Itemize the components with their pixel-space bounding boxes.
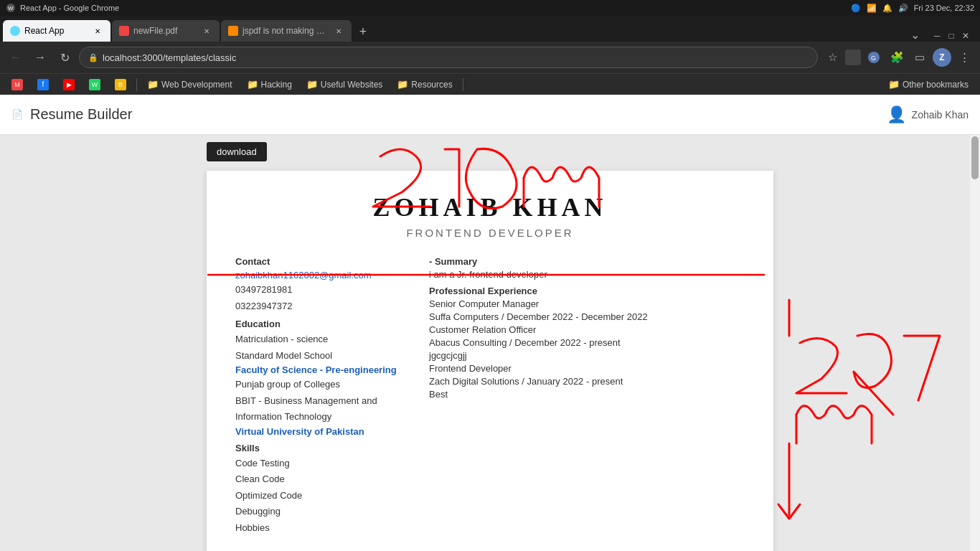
wifi-icon: 📶 [867,4,877,13]
edu-item-1: Standard Model School [235,349,407,363]
bluetooth-icon: 🔵 [851,4,861,13]
bookmark-resources-label: Resources [411,80,452,90]
edu-item-6: Virtual University of Pakistan [235,426,407,437]
contact-phone1: 03497281981 [235,283,407,297]
exp-title-4: Best [429,389,745,400]
summary-label: - Summary [429,256,745,267]
exp-company-0: Suffa Computers / December 2022 - Decemb… [429,311,745,322]
facebook-icon: f [37,79,49,90]
profile-button[interactable]: Z [933,48,951,67]
main-content: download ZOHAIB KHAN FRONTEND DEVELOPER … [0,135,980,551]
skill-0: Code Testing [235,456,407,471]
bookmark-hacking[interactable]: 📁 Hacking [241,77,298,92]
window-controls: ─ □ ✕ [925,30,977,42]
bookmark-web-dev-label: Web Development [161,80,232,90]
folder-icon: 📁 [306,79,318,90]
puzzle-icon[interactable]: 🧩 [887,47,907,67]
os-bar: W React App - Google Chrome 🔵 📶 🔔 🔊 Fri … [0,0,980,16]
menu-button[interactable]: ⋮ [954,47,974,67]
bookmark-useful[interactable]: 📁 Useful Websites [301,77,388,92]
tab-react-app[interactable]: React App ✕ [3,20,110,42]
volume-icon: 🔊 [898,4,908,13]
scrollbar[interactable] [970,135,980,551]
tab-jspdf[interactable]: jspdf is not making pdf of right... ✕ [221,20,352,42]
bookmark-whatsapp[interactable]: W [83,77,106,93]
bookmark-youtube[interactable]: ▶ [57,77,80,93]
bookmark-gmail[interactable]: M [6,77,29,93]
app-header-left: 📄 Resume Builder [11,106,132,123]
reload-button[interactable]: ↻ [55,47,75,67]
notification-icon: 🔔 [882,4,892,13]
bookmark-web-dev[interactable]: 📁 Web Development [141,77,238,92]
sidebar-toggle-icon[interactable]: ▭ [910,47,930,67]
toolbar-icons: ☆ G 🧩 ▭ Z ⋮ [822,47,974,67]
youtube-icon: ▶ [63,79,75,90]
address-text: localhost:3000/templates/classic [103,52,236,63]
exp-company-3: Zach Digital Solutions / January 2022 - … [429,376,745,387]
address-bar: ← → ↻ 🔒 localhost:3000/templates/classic… [0,42,980,73]
edu-item-5: Information Technology [235,410,407,424]
download-button[interactable]: download [207,142,267,161]
resume-body: Contact zohaibkhan1162002@gmail.com 0349… [235,256,745,537]
folder-icon: 📁 [888,79,900,90]
tab-react-close[interactable]: ✕ [92,25,103,37]
skills-label: Skills [235,443,407,453]
os-bar-right: 🔵 📶 🔔 🔊 Fri 23 Dec, 22:32 [851,4,974,13]
edu-item-0: Matriculation - science [235,332,407,347]
close-window-button[interactable]: ✕ [960,30,971,42]
tab-pdf[interactable]: newFile.pdf ✕ [112,20,220,42]
username-display: Zohaib Khan [912,109,969,121]
bookmark-separator [136,78,137,91]
bookmark-hacking-label: Hacking [261,80,292,90]
forward-button[interactable]: → [30,47,50,67]
os-time: Fri 23 Dec, 22:32 [914,4,974,12]
education-label: Education [235,319,407,329]
exp-title-2: jgcgcjcgjj [429,350,745,361]
resume-paper: ZOHAIB KHAN FRONTEND DEVELOPER Contact z… [207,171,773,551]
folder-icon: 📁 [147,79,159,90]
bookmark-other-label: Other bookmarks [903,80,969,90]
lock-icon: 🔒 [88,53,98,62]
exp-label: Professional Experience [429,286,745,296]
bookmark-binance[interactable]: B [109,77,132,93]
minimize-button[interactable]: ─ [931,30,943,42]
app-logo-icon: 📄 [11,109,23,120]
bookmark-other[interactable]: 📁 Other bookmarks [882,77,974,92]
contact-phone2: 03223947372 [235,299,407,314]
tab-pdf-close[interactable]: ✕ [201,25,212,37]
bookmark-facebook[interactable]: f [32,77,55,93]
new-tab-button[interactable]: + [353,22,373,42]
tab-jspdf-close[interactable]: ✕ [333,25,344,37]
pdf-favicon [119,26,129,36]
resume-title: FRONTEND DEVELOPER [235,227,745,239]
tab-overflow-button[interactable]: ⌄ [906,28,924,42]
tab-react-label: React App [24,26,64,36]
bookmark-star-icon[interactable]: ☆ [822,47,842,67]
skill-4: Hobbies [235,521,407,535]
binance-icon: B [115,79,126,90]
extension1-icon[interactable] [845,50,861,65]
tab-pdf-label: newFile.pdf [133,26,177,36]
contact-label: Contact [235,256,407,267]
react-favicon [10,26,20,36]
maximize-button[interactable]: □ [946,30,957,42]
edu-item-2: Faculty of Science - Pre-engineering [235,364,407,375]
edu-item-4: BBIT - Business Management and [235,394,407,408]
contact-email: zohaibkhan1162002@gmail.com [235,270,407,281]
bookmark-useful-label: Useful Websites [321,80,382,90]
os-window-title: React App - Google Chrome [20,4,119,12]
exp-title-3: Frontend Developer [429,363,745,374]
folder-icon: 📁 [397,79,408,90]
bookmark-resources[interactable]: 📁 Resources [391,77,458,92]
account-circle-icon: 👤 [887,105,906,124]
address-input[interactable]: 🔒 localhost:3000/templates/classic [79,47,818,68]
resume-right-column: - Summary i am a Jr. frontend developer … [422,256,745,537]
edu-item-3: Punjab group of Colleges [235,377,407,392]
svg-text:W: W [8,5,14,11]
resume-container: download ZOHAIB KHAN FRONTEND DEVELOPER … [207,149,773,537]
extension2-icon[interactable]: G [864,47,884,67]
summary-text: i am a Jr. frontend developer [429,269,745,280]
back-button[interactable]: ← [6,47,26,67]
resume-left-column: Contact zohaibkhan1162002@gmail.com 0349… [235,256,422,537]
scrollbar-thumb[interactable] [971,136,979,179]
